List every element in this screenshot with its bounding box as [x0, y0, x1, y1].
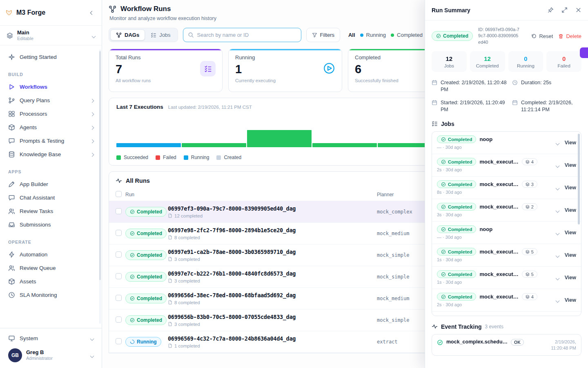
delete-label: Delete	[566, 33, 581, 39]
sidebar-item-system[interactable]: System	[5, 332, 97, 345]
chevron-down-icon[interactable]	[556, 274, 559, 281]
workflow-icon	[109, 5, 116, 13]
chevron-down-icon[interactable]	[556, 184, 559, 191]
pin-icon[interactable]	[548, 7, 554, 13]
sidebar-item-label: Prompts & Testing	[20, 138, 64, 144]
sidebar-item-label: Review Queue	[20, 265, 56, 271]
running-dot	[360, 34, 363, 37]
chevron-down-icon[interactable]	[556, 162, 559, 168]
search-box[interactable]	[183, 28, 301, 42]
chevron-down-icon[interactable]	[556, 297, 559, 303]
filter-completed[interactable]: Completed	[391, 32, 423, 38]
row-checkbox[interactable]	[116, 316, 122, 323]
delete-button[interactable]: Delete	[558, 33, 581, 39]
status-badge: Completed	[437, 225, 476, 233]
planner-value: mock_simple	[377, 252, 427, 258]
row-checkbox[interactable]	[116, 230, 122, 236]
stat-card-running: Running 1 Currently executing	[228, 49, 342, 92]
row-checkbox[interactable]	[116, 251, 122, 258]
event-row[interactable]: mock_complex.schedu… OK 2/19/2026, 11:20…	[432, 334, 581, 356]
chevron-down-icon[interactable]	[556, 252, 559, 258]
select-all-checkbox[interactable]	[116, 191, 122, 197]
execution-bar[interactable]	[312, 143, 377, 148]
run-summary-body: Completed ID: 06997ef3-090a-79c7-8000-83…	[425, 20, 588, 368]
reset-button[interactable]: Reset	[531, 33, 553, 39]
reset-icon	[531, 34, 537, 39]
sidebar-item-sla-monitoring[interactable]: SLA Monitoring	[5, 288, 97, 302]
job-count-badge: 5	[522, 248, 537, 255]
events-section-title: Event Tracking	[441, 323, 482, 330]
doc-icon	[168, 213, 172, 218]
search-input[interactable]	[197, 32, 296, 38]
sidebar-item-label: Getting Started	[20, 54, 57, 60]
row-checkbox[interactable]	[116, 295, 122, 301]
job-row: Completed noop — · 30d ago View	[432, 132, 581, 154]
layers-icon	[7, 32, 13, 39]
sidebar-item-review-queue[interactable]: Review Queue	[5, 261, 97, 275]
view-job-button[interactable]: View	[565, 252, 576, 258]
sidebar-item-query-plans[interactable]: Query Plans	[5, 94, 97, 107]
row-checkbox[interactable]	[116, 338, 122, 344]
layers-icon	[526, 205, 530, 209]
job-subtitle: 2s · 30d ago	[437, 302, 555, 307]
more-actions-button[interactable]	[580, 47, 588, 58]
chevron-down-icon[interactable]	[556, 139, 559, 146]
doc-icon	[168, 322, 172, 326]
job-count-badge: 4	[522, 158, 537, 165]
column-planner[interactable]: Planner	[377, 192, 427, 197]
chevron-down-icon[interactable]	[556, 207, 559, 213]
sidebar-item-label: Processors	[20, 111, 47, 117]
sidebar-item-processors[interactable]: Processors	[5, 107, 97, 121]
toggle-dags-button[interactable]: DAGs	[110, 29, 145, 40]
succeeded-swatch	[116, 155, 121, 160]
failed-swatch	[156, 155, 160, 160]
row-checkbox[interactable]	[116, 208, 122, 214]
sidebar-collapse-button[interactable]	[88, 9, 96, 17]
user-menu[interactable]: GB Greg B Administrator	[5, 345, 97, 365]
view-job-button[interactable]: View	[565, 297, 576, 303]
calendar-icon	[432, 80, 437, 85]
execution-bar[interactable]	[247, 130, 312, 147]
stat-label: Total Runs	[116, 54, 151, 61]
sidebar-item-agents[interactable]: Agents	[5, 121, 97, 134]
row-checkbox[interactable]	[116, 273, 122, 279]
view-job-button[interactable]: View	[565, 275, 576, 280]
sidebar-item-chat-assistant[interactable]: Chat Assistant	[5, 191, 97, 204]
view-job-button[interactable]: View	[565, 185, 576, 191]
filters-button[interactable]: Filters	[306, 28, 340, 42]
sidebar-item-submissions[interactable]: Submissions	[5, 218, 97, 231]
column-run[interactable]: Run	[125, 192, 377, 197]
sidebar-item-app-builder[interactable]: App Builder	[5, 177, 97, 191]
filter-running[interactable]: Running	[360, 32, 386, 38]
check-circle-icon	[130, 209, 135, 214]
view-job-button[interactable]: View	[565, 140, 576, 146]
job-name: mock_execut…	[479, 159, 518, 165]
execution-bar[interactable]	[116, 143, 181, 148]
chevron-down-icon[interactable]	[556, 229, 559, 236]
sidebar-item-review-tasks[interactable]: Review Tasks	[5, 204, 97, 218]
sidebar-item-getting-started[interactable]: Getting Started	[5, 50, 97, 64]
sidebar-scrollbar-thumb[interactable]	[99, 51, 101, 280]
sidebar-item-knowledge-base[interactable]: Knowledge Base	[5, 148, 97, 161]
job-count-badge: 5	[522, 271, 537, 278]
filter-all[interactable]: All	[348, 32, 355, 38]
check-circle-icon	[437, 339, 443, 346]
view-job-button[interactable]: View	[565, 230, 576, 236]
view-job-button[interactable]: View	[565, 162, 576, 168]
execution-bar[interactable]	[182, 143, 246, 148]
expand-icon[interactable]	[561, 7, 568, 13]
doc-icon	[168, 300, 172, 305]
jobs-scrollbar-thumb[interactable]	[578, 134, 580, 224]
view-job-button[interactable]: View	[565, 207, 576, 213]
sidebar-item-automation[interactable]: Automation	[5, 248, 97, 261]
toggle-jobs-button[interactable]: Jobs	[145, 29, 176, 40]
sidebar-item-assets[interactable]: Assets	[5, 275, 97, 288]
doc-icon	[168, 343, 172, 348]
workspace-selector[interactable]: Main Editable	[0, 26, 102, 45]
sidebar-item-prompts-testing[interactable]: Prompts & Testing	[5, 134, 97, 148]
stat-label: Jobs	[432, 63, 466, 68]
sidebar-item-workflows[interactable]: Workflows	[5, 80, 97, 94]
close-icon[interactable]	[575, 7, 581, 13]
created-value: Created: 2/19/2026, 11:20:48 PM	[441, 79, 508, 93]
job-subtitle: 1s · 30d ago	[437, 280, 555, 285]
